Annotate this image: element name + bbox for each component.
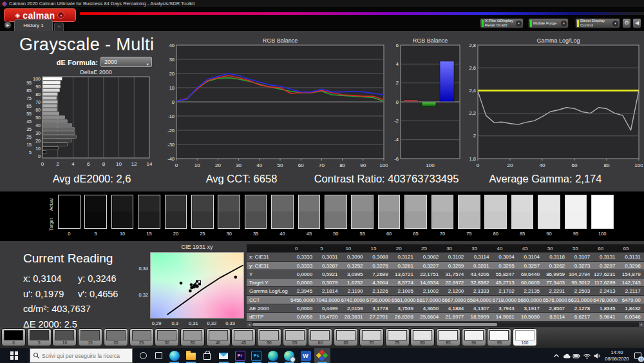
reading-value: x: 0,3104: [23, 273, 78, 284]
taskbar-app-edge-dev[interactable]: [265, 348, 281, 363]
tab-scroll-button[interactable]: ▶: [4, 21, 12, 29]
scroll-left-arrow[interactable]: ◂: [247, 322, 252, 327]
pattern-level-95-button[interactable]: 95: [487, 328, 511, 346]
de-formula-select[interactable]: 2000 ▼: [100, 57, 152, 67]
table-cell: 2,1190: [341, 287, 366, 295]
pattern-swatch: [55, 330, 74, 340]
table-cell: 154,879: [618, 270, 643, 279]
cortana-button[interactable]: [135, 348, 151, 363]
table-cell: 117,6289: [593, 279, 618, 287]
ramp-level-label: 60: [376, 231, 402, 237]
summary-stats-row: Avg dE2000: 2,6Avg CCT: 6658Contrast Rat…: [0, 173, 644, 190]
pattern-level-70-button[interactable]: 70: [359, 328, 384, 346]
scroll-right-arrow[interactable]: ▸: [639, 322, 644, 327]
table-cell: 0,5921: [316, 270, 341, 279]
row-label: Target Y: [247, 279, 290, 287]
onedrive-icon[interactable]: [562, 348, 571, 363]
task-view-button[interactable]: [151, 348, 166, 363]
taskbar-app-store[interactable]: [199, 348, 215, 363]
pattern-level-55-button[interactable]: 55: [283, 328, 307, 346]
table-cell: 1,8345: [593, 304, 618, 313]
pattern-level-10-button[interactable]: 10: [52, 328, 77, 346]
action-center-button[interactable]: 12: [632, 348, 644, 363]
current-reading-title: Current Reading: [23, 251, 133, 266]
start-button[interactable]: [0, 348, 28, 363]
taskbar-app-premiere[interactable]: Pr: [232, 348, 248, 363]
table-cell: 28,3631: [341, 313, 366, 321]
taskbar-app-file-explorer[interactable]: [183, 348, 199, 363]
pattern-level-label: 100: [513, 340, 536, 346]
taskbar-app-mail[interactable]: [216, 348, 232, 363]
reading-value: y: 0,3246: [78, 273, 133, 284]
pattern-level-85-button[interactable]: 85: [436, 328, 460, 346]
pattern-swatch: [260, 330, 279, 340]
table-horizontal-scrollbar[interactable]: ◂ ▸: [247, 322, 644, 327]
pattern-level-100-button[interactable]: 100: [513, 328, 537, 346]
table-cell: 2,1278: [568, 304, 593, 313]
svg-text:10: 10: [35, 146, 41, 151]
reading-row: x: 0,3104y: 0,3246: [23, 273, 133, 284]
taskbar-clock[interactable]: 14:40 08/06/2020: [603, 349, 631, 362]
taskbar-search[interactable]: [30, 348, 133, 363]
taskbar-app-edge[interactable]: [166, 348, 182, 363]
pattern-level-40-button[interactable]: 40: [206, 328, 231, 346]
pattern-level-80-button[interactable]: 80: [410, 328, 435, 346]
pattern-level-0-button[interactable]: 0: [1, 328, 26, 346]
taskbar-app-word[interactable]: W: [298, 348, 314, 363]
taskbar-app-calman[interactable]: [314, 348, 330, 363]
table-row: x: CIE310,33330,30310,30900,30880,31210,…: [247, 253, 644, 261]
pattern-level-60-button[interactable]: 60: [308, 328, 332, 346]
collapse-panel-button[interactable]: ◀: [632, 18, 641, 28]
svg-text:RGB Balance: RGB Balance: [263, 37, 298, 44]
pattern-level-35-button[interactable]: 35: [180, 328, 205, 346]
table-cell: 8,5114: [543, 313, 568, 321]
column-header: 45: [518, 244, 543, 253]
settings-button[interactable]: ⚙: [622, 18, 631, 28]
summary-stat: Contrast Ratio: 403763733495: [306, 173, 467, 185]
ramp-level-label: 85: [509, 231, 536, 237]
pattern-level-25-button[interactable]: 25: [129, 328, 154, 346]
scrollbar-thumb[interactable]: [252, 323, 497, 326]
hidden-icons-icon[interactable]: [551, 348, 561, 363]
gray-swatch-85: [511, 195, 534, 229]
pattern-level-50-button[interactable]: 50: [257, 328, 281, 346]
pattern-level-5-button[interactable]: 5: [27, 328, 52, 346]
table-cell: 0,3104: [518, 253, 543, 261]
column-header: 15: [366, 244, 392, 253]
search-input[interactable]: [42, 353, 126, 359]
de-formula-value: 2000: [104, 59, 117, 65]
meter-button-3[interactable]: Direct Display Control▼: [575, 18, 620, 28]
volume-icon[interactable]: [592, 348, 602, 363]
pattern-level-65-button[interactable]: 65: [334, 328, 358, 346]
table-cell: 4,1307: [467, 304, 492, 313]
meter-button-1[interactable]: X-Rite i1Display Retail OLED▼: [480, 18, 524, 28]
tab-history-1[interactable]: History 1: [14, 19, 53, 31]
add-tab-button[interactable]: +: [54, 23, 64, 31]
table-cell: 6584,0000: [467, 296, 492, 304]
svg-text:50: 50: [278, 162, 283, 168]
battery-icon[interactable]: [572, 348, 582, 363]
pattern-level-label: 75: [386, 340, 409, 346]
svg-text:55: 55: [26, 112, 32, 116]
pattern-level-label: 5: [28, 340, 51, 346]
pattern-level-15-button[interactable]: 15: [78, 328, 102, 346]
svg-text:2: 2: [56, 161, 59, 167]
pattern-level-75-button[interactable]: 75: [385, 328, 410, 346]
pattern-level-label: 65: [334, 340, 357, 346]
taskbar-app-photoshop[interactable]: Ps: [249, 348, 265, 363]
table-cell: 13,6721: [392, 270, 417, 279]
tray-time: 14:40: [603, 349, 631, 356]
pattern-level-20-button[interactable]: 20: [104, 328, 128, 346]
pattern-level-45-button[interactable]: 45: [231, 328, 256, 346]
meter-button-2[interactable]: Mobile Forge▼: [528, 18, 569, 28]
pattern-level-90-button[interactable]: 90: [462, 328, 486, 346]
pattern-swatch: [515, 330, 535, 340]
taskbar-app-edge-beta[interactable]: [281, 348, 298, 363]
pattern-swatch: [388, 330, 407, 340]
svg-text:2,8: 2,8: [469, 43, 476, 48]
table-cell: 0,3281: [467, 262, 492, 270]
pattern-level-30-button[interactable]: 30: [155, 328, 179, 346]
pattern-level-label: 55: [283, 340, 307, 346]
svg-text:10: 10: [169, 85, 175, 91]
network-icon[interactable]: [582, 348, 592, 363]
